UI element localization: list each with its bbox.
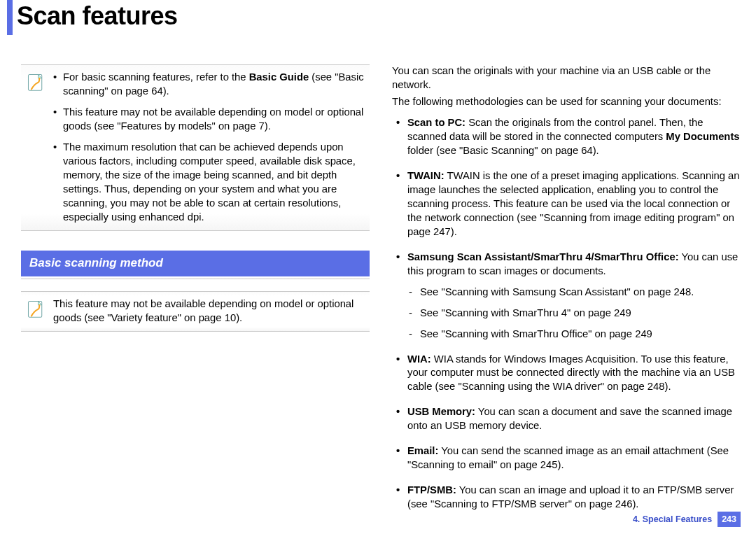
header: Scan features <box>0 0 756 38</box>
footer-chapter: 4. Special Features <box>633 514 712 524</box>
sub-item: See "Scanning with SmarThru 4" on page 2… <box>407 307 742 321</box>
method-label: FTP/SMB: <box>407 484 456 496</box>
page-number: 243 <box>718 512 741 527</box>
note-box-1: For basic scanning features, refer to th… <box>21 64 370 231</box>
method-label: Samsung Scan Assistant/SmarThru 4/SmarTh… <box>407 251 679 262</box>
section-heading: Basic scanning method <box>21 251 370 276</box>
method-wia: WIA: WIA stands for Windows Images Acqui… <box>392 353 742 395</box>
note-icon <box>25 72 46 92</box>
page-title: Scan features <box>17 0 756 31</box>
note1-item-2: This feature may not be available depend… <box>53 106 365 134</box>
note2-text: This feature may not be available depend… <box>53 297 365 325</box>
section-underline <box>21 278 370 280</box>
method-label: Email: <box>407 445 438 456</box>
method-twain: TWAIN: TWAIN is the one of a preset imag… <box>392 169 742 239</box>
method-ftp-smb: FTP/SMB: You can scan an image and uploa… <box>392 484 742 512</box>
method-text: You can scan an image and upload it to a… <box>407 484 734 510</box>
method-scan-to-pc: Scan to PC: Scan the originals from the … <box>392 116 742 158</box>
sublist: See "Scanning with Samsung Scan Assistan… <box>407 286 742 342</box>
note-content-1: For basic scanning features, refer to th… <box>53 71 365 225</box>
method-email: Email: You can send the scanned image as… <box>392 444 742 472</box>
method-text2: folder (see "Basic Scanning" on page 64)… <box>407 145 599 156</box>
method-usb-memory: USB Memory: You can scan a document and … <box>392 405 742 433</box>
method-samsung-assistant: Samsung Scan Assistant/SmarThru 4/SmarTh… <box>392 251 742 342</box>
note-icon <box>25 299 46 318</box>
note1-item-3: The maximum resolution that can be achie… <box>53 141 365 225</box>
method-text: TWAIN is the one of a preset imaging app… <box>407 170 740 237</box>
method-text: You can send the scanned image as an ema… <box>407 445 729 470</box>
intro-line-1: You can scan the originals with your mac… <box>392 64 742 92</box>
intro-line-2: The following methodologies can be used … <box>392 95 742 109</box>
methods-list: Scan to PC: Scan the originals from the … <box>392 116 742 512</box>
sub-item: See "Scanning with SmarThru Office" on p… <box>407 328 742 342</box>
method-text: WIA stands for Windows Images Acquisitio… <box>407 353 735 393</box>
method-bold2: My Documents <box>666 131 739 142</box>
note-content-2: This feature may not be available depend… <box>53 297 365 325</box>
right-column: You can scan the originals with your mac… <box>392 64 742 523</box>
content-columns: For basic scanning features, refer to th… <box>0 38 756 523</box>
method-label: TWAIN: <box>407 170 444 181</box>
method-label: Scan to PC: <box>407 117 465 128</box>
sub-item: See "Scanning with Samsung Scan Assistan… <box>407 286 742 300</box>
method-label: WIA: <box>407 353 431 365</box>
footer: 4. Special Features 243 <box>633 512 741 527</box>
note-box-2: This feature may not be available depend… <box>21 291 370 332</box>
method-label: USB Memory: <box>407 406 475 417</box>
left-column: For basic scanning features, refer to th… <box>21 64 370 523</box>
header-accent <box>7 0 13 35</box>
note1-item-1: For basic scanning features, refer to th… <box>53 71 365 99</box>
